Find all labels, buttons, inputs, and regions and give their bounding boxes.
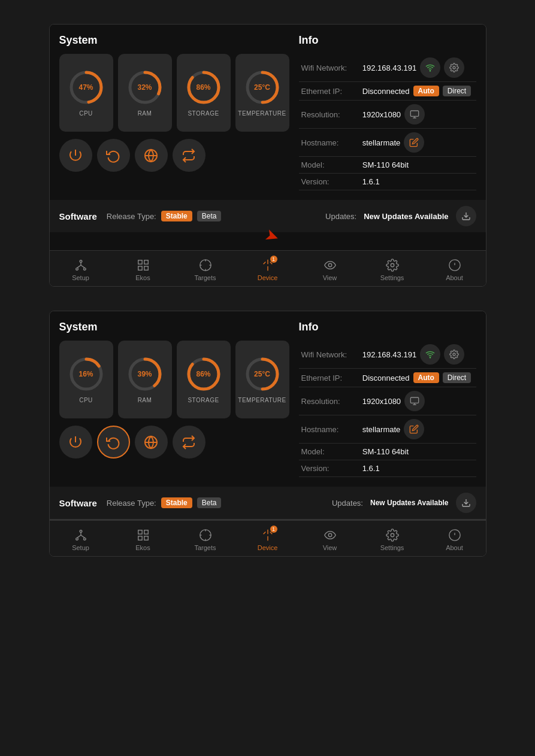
nav-settings-2[interactable]: Settings [368, 526, 416, 554]
nav-about-1[interactable]: About [431, 256, 479, 284]
system-section-1: System 47% CPU [59, 34, 289, 190]
settings-icon-btn-1[interactable] [444, 57, 464, 78]
edit-hostname-btn-1[interactable] [404, 132, 424, 153]
nav-device-1[interactable]: 1 Device [244, 256, 292, 284]
beta-button-2[interactable]: Beta [197, 497, 222, 508]
svg-rect-23 [144, 260, 147, 264]
ethernet-value-2: Disconnected [362, 374, 410, 382]
nav-settings-label-1: Settings [380, 274, 404, 281]
nav-about-2[interactable]: About [431, 526, 479, 554]
updates-group-2: Updates: New Updates Available [332, 493, 476, 513]
ram-gauge-2: 39% RAM [118, 341, 172, 418]
download-button-2[interactable] [456, 493, 476, 513]
svg-point-59 [83, 538, 86, 541]
svg-line-61 [77, 535, 80, 538]
auto-button-2[interactable]: Auto [413, 372, 439, 383]
nav-device-2[interactable]: 1 Device [244, 526, 292, 554]
nav-view-2[interactable]: View [306, 526, 354, 554]
model-value-2: SM-110 64bit [362, 447, 409, 456]
direct-button-2[interactable]: Direct [443, 372, 471, 383]
nav-targets-1[interactable]: Targets [182, 256, 229, 284]
wifi-label-2: Wifi Network: [299, 341, 360, 369]
resolution-row-2: Resolution: 1920x1080 [299, 387, 476, 415]
software-section-2: Software Release Type: Stable Beta Updat… [50, 487, 486, 519]
power-button-2[interactable] [59, 426, 92, 459]
svg-point-11 [453, 66, 455, 69]
settings-icon-btn-2[interactable] [444, 344, 464, 365]
nav-ekos-1[interactable]: Ekos [119, 256, 167, 284]
about-icon-1 [448, 258, 462, 272]
hostname-value-2: stellarmate [362, 425, 401, 434]
device-icon-2: 1 [261, 528, 275, 542]
wifi-row-2: Wifi Network: 192.168.43.191 [299, 341, 476, 369]
action-buttons-1 [59, 139, 289, 172]
version-button-1[interactable] [173, 139, 205, 172]
ekos-icon-2 [136, 528, 150, 542]
nav-targets-2[interactable]: Targets [182, 526, 229, 554]
restart-button-1[interactable] [97, 139, 130, 172]
version-button-2[interactable] [173, 426, 205, 459]
nav-settings-label-2: Settings [380, 544, 404, 551]
storage-gauge-1: 86% STORAGE [177, 54, 231, 132]
view-icon-2 [323, 528, 337, 542]
ram-label-2: RAM [138, 397, 152, 403]
resolution-icon-btn-1[interactable] [404, 104, 425, 125]
gauges-row-2: 16% CPU 39% RAM [59, 341, 289, 418]
svg-point-37 [391, 263, 394, 267]
beta-button-1[interactable]: Beta [197, 211, 222, 221]
nav-ekos-2[interactable]: Ekos [119, 526, 167, 554]
arrow-area: ➤ [50, 232, 486, 250]
auto-button-1[interactable]: Auto [413, 86, 439, 96]
nav-ekos-label-1: Ekos [135, 274, 150, 281]
info-table-2: Wifi Network: 192.168.43.191 [299, 341, 476, 477]
version-label-1: Version: [299, 174, 360, 190]
svg-rect-66 [144, 536, 147, 540]
system-title-1: System [59, 34, 289, 47]
svg-rect-25 [144, 266, 147, 270]
system-section-2: System 16% CPU [59, 321, 289, 477]
svg-rect-64 [144, 530, 147, 534]
svg-rect-24 [138, 266, 141, 270]
nav-about-label-2: About [446, 544, 463, 551]
action-buttons-2 [59, 426, 289, 459]
svg-point-10 [430, 71, 430, 71]
resolution-icon-btn-2[interactable] [404, 391, 425, 411]
temp-label-2: TEMPERATURE [238, 397, 286, 403]
resolution-label-2: Resolution: [299, 387, 360, 415]
svg-line-20 [77, 265, 80, 268]
stable-button-2[interactable]: Stable [161, 497, 192, 508]
wifi-icon-btn-1[interactable] [420, 57, 440, 78]
version-row-2: Version: 1.6.1 [299, 460, 476, 477]
resolution-value-1: 1920x1080 [362, 110, 401, 119]
gauges-row-1: 47% CPU 32% RAM [59, 54, 289, 132]
svg-rect-12 [410, 111, 418, 116]
direct-button-1[interactable]: Direct [443, 86, 471, 96]
ram-value-2: 39% [137, 370, 152, 378]
nav-setup-2[interactable]: Setup [57, 526, 105, 554]
nav-view-1[interactable]: View [306, 256, 354, 284]
restart-button-2[interactable] [97, 426, 130, 459]
version-value-2: 1.6.1 [362, 464, 380, 473]
svg-point-18 [83, 268, 86, 271]
panel-1: System 47% CPU [49, 24, 486, 287]
cpu-label-2: CPU [79, 397, 93, 403]
updates-label-2: Updates: [332, 499, 363, 508]
network-button-1[interactable] [135, 139, 168, 172]
release-group-1: Release Type: Stable Beta [107, 211, 222, 221]
settings-icon-1 [385, 258, 400, 272]
nav-settings-1[interactable]: Settings [368, 256, 416, 284]
device-icon-1: 1 [261, 258, 275, 272]
wifi-icon-btn-2[interactable] [420, 344, 440, 365]
system-title-2: System [59, 321, 289, 333]
nav-view-label-1: View [323, 274, 337, 281]
network-button-2[interactable] [135, 426, 168, 459]
ram-gauge-1: 32% RAM [118, 54, 172, 132]
power-button-1[interactable] [59, 139, 92, 172]
info-section-2: Info Wifi Network: 192.168.43.191 [299, 321, 476, 477]
download-button-1[interactable] [456, 206, 476, 226]
hostname-row-1: Hostname: stellarmate [299, 129, 476, 157]
nav-view-label-2: View [323, 544, 337, 551]
nav-setup-1[interactable]: Setup [57, 256, 105, 284]
edit-hostname-btn-2[interactable] [404, 419, 424, 439]
stable-button-1[interactable]: Stable [161, 211, 192, 221]
